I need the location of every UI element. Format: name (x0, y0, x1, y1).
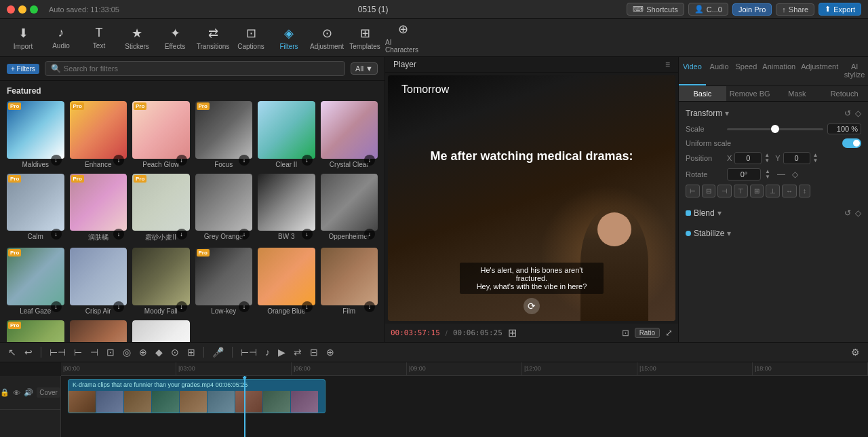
play-pause-icon[interactable]: ⊞ (508, 326, 517, 339)
add-video-track[interactable]: ▶ (275, 345, 288, 359)
track-lock-icon[interactable]: 🔒 (0, 388, 9, 397)
transform-reset-icon[interactable]: ↺ (844, 109, 851, 118)
join-pro-button[interactable]: Join Pro (732, 3, 772, 16)
download-icon[interactable]: ↓ (302, 301, 313, 312)
color-tool[interactable]: ⊙ (168, 345, 182, 359)
filter-calm[interactable]: Pro ↓ Calm (7, 174, 64, 243)
cursor-tool[interactable]: ↖ (5, 345, 19, 359)
split-at-playhead[interactable]: ⊢⊣ (238, 345, 260, 359)
filter-casablanca[interactable]: ↓ Casablanca (132, 320, 190, 343)
trim-right-tool[interactable]: ⊣ (87, 345, 101, 359)
filter-orange-blue[interactable]: ↓ Orange Blue (258, 248, 315, 315)
filter-moody-fall[interactable]: ↓ Moody Fall (132, 248, 190, 315)
tab-speed[interactable]: Speed (733, 57, 760, 86)
tool-audio[interactable]: ♪ Audio (43, 22, 79, 54)
tool-transitions[interactable]: ⇄ Transitions (195, 22, 231, 54)
download-icon[interactable]: ↓ (239, 301, 250, 312)
trim-left-tool[interactable]: ⊢ (71, 345, 85, 359)
share-button[interactable]: ↑ Share (776, 3, 814, 16)
filter-shaomao[interactable]: Pro ↓ 霜砂小麦II (132, 174, 190, 243)
tool-ai-characters[interactable]: ⊕ AI Characters (385, 22, 420, 54)
pip-tool[interactable]: ⊕ (323, 345, 337, 359)
flip-h-icon[interactable]: ↔ (782, 185, 797, 197)
filter-sun-drenched[interactable]: ↓ Sun-drenched (70, 320, 127, 343)
record-audio-btn[interactable]: 🎤 (210, 345, 226, 359)
auto-cut-tool[interactable]: ◎ (120, 345, 134, 359)
basic-tab-remove-bg[interactable]: Remove BG (726, 86, 774, 101)
download-icon[interactable]: ↓ (302, 229, 313, 240)
track-eye-icon[interactable]: 👁 (13, 389, 20, 397)
all-filter-button[interactable]: All ▼ (351, 62, 378, 75)
download-icon[interactable]: ↓ (176, 155, 187, 166)
tool-text[interactable]: T Text (81, 22, 117, 54)
download-icon[interactable]: ↓ (239, 229, 250, 240)
filter-film[interactable]: ↓ Film (321, 248, 378, 315)
filter-hunsha[interactable]: Pro ↓ 润肤橘 (70, 174, 127, 243)
filter-oppenheimer[interactable]: ↓ Oppenheimer (321, 174, 378, 243)
filter-crisp-air[interactable]: ↓ Crisp Air (70, 248, 127, 315)
filter-leaf-gaze[interactable]: Pro ↓ Leaf Gaze (7, 248, 64, 315)
download-icon[interactable]: ↓ (364, 155, 375, 166)
tab-audio[interactable]: Audio (706, 57, 733, 86)
align-top-icon[interactable]: ⊤ (734, 185, 748, 197)
filter-crystal-clear[interactable]: ↓ Crystal Clear (321, 101, 378, 168)
pos-x-input[interactable] (734, 152, 762, 164)
rotate-down[interactable]: ▼ (765, 174, 770, 180)
download-icon[interactable]: ↓ (113, 229, 124, 240)
align-center-h-icon[interactable]: ⊟ (702, 185, 715, 197)
download-icon[interactable]: ↓ (364, 229, 375, 240)
speed-ramp-tool[interactable]: ⊕ (136, 345, 150, 359)
crop-video-tool[interactable]: ⊞ (184, 345, 198, 359)
tab-animation[interactable]: Animation (760, 57, 798, 86)
keyframe-tool[interactable]: ◆ (153, 345, 165, 359)
download-icon[interactable]: ↓ (113, 301, 124, 312)
tab-ai-stylize[interactable]: AI stylize (841, 57, 868, 86)
rotate-input[interactable] (727, 168, 761, 180)
add-music-track[interactable]: ♪ (262, 345, 273, 359)
transform-diamond-icon[interactable]: ◇ (855, 109, 861, 118)
align-center-v-icon[interactable]: ⊞ (750, 185, 764, 197)
align-left-icon[interactable]: ⊢ (686, 185, 700, 197)
basic-tab-retouch[interactable]: Retouch (821, 86, 868, 101)
download-icon[interactable]: ↓ (176, 229, 187, 240)
maximize-button[interactable] (30, 5, 38, 14)
basic-tab-basic[interactable]: Basic (679, 86, 726, 101)
blend-diamond-icon[interactable]: ◇ (855, 208, 861, 218)
tool-adjustment[interactable]: ⊙ Adjustment (309, 22, 344, 54)
crop-tool[interactable]: ⊡ (104, 345, 117, 359)
download-icon[interactable]: ↓ (51, 229, 62, 240)
pos-x-down[interactable]: ▼ (764, 158, 770, 164)
pos-y-down[interactable]: ▼ (813, 158, 818, 164)
export-button[interactable]: ⬆ Export (818, 3, 861, 16)
tool-import[interactable]: ⬇ Import (5, 22, 41, 54)
download-icon[interactable]: ↓ (239, 155, 250, 166)
pos-y-input[interactable] (783, 152, 810, 164)
overlay-tool[interactable]: ⊟ (307, 345, 321, 359)
filter-grey-orange[interactable]: ↓ Grey Orange (195, 174, 253, 243)
track-speaker-icon[interactable]: 🔊 (24, 388, 33, 397)
basic-tab-mask[interactable]: Mask (774, 86, 821, 101)
filter-focus[interactable]: Pro ↓ Focus (195, 101, 253, 168)
tab-video[interactable]: Video (679, 57, 706, 86)
shortcuts-button[interactable]: ⌨ Shortcuts (627, 3, 684, 16)
transition-insert[interactable]: ⇄ (291, 345, 304, 359)
close-button[interactable] (7, 5, 15, 14)
download-icon[interactable]: ↓ (113, 155, 124, 166)
download-icon[interactable]: ↓ (302, 155, 313, 166)
rotate-diamond-icon[interactable]: ◇ (792, 170, 798, 179)
tool-stickers[interactable]: ★ Stickers (119, 22, 155, 54)
profile-button[interactable]: 👤 C...0 (688, 3, 728, 16)
zoom-fit-icon[interactable]: ⤢ (665, 328, 673, 338)
tool-filters[interactable]: ◈ Filters (271, 22, 307, 54)
tab-adjustment[interactable]: Adjustment (798, 57, 841, 86)
tool-templates[interactable]: ⊞ Templates (347, 22, 382, 54)
scale-slider[interactable] (727, 128, 823, 130)
ratio-button[interactable]: Ratio (635, 328, 660, 338)
playhead[interactable]: ▼ (244, 376, 245, 437)
download-icon[interactable]: ↓ (176, 301, 187, 312)
download-icon[interactable]: ↓ (51, 301, 62, 312)
search-input[interactable] (64, 64, 339, 73)
filter-quality-ii[interactable]: Pro ↓ Quality II (7, 320, 64, 343)
filter-low-key[interactable]: Pro ↓ Low-key (195, 248, 253, 315)
filters-tag[interactable]: + Filters (7, 64, 39, 74)
